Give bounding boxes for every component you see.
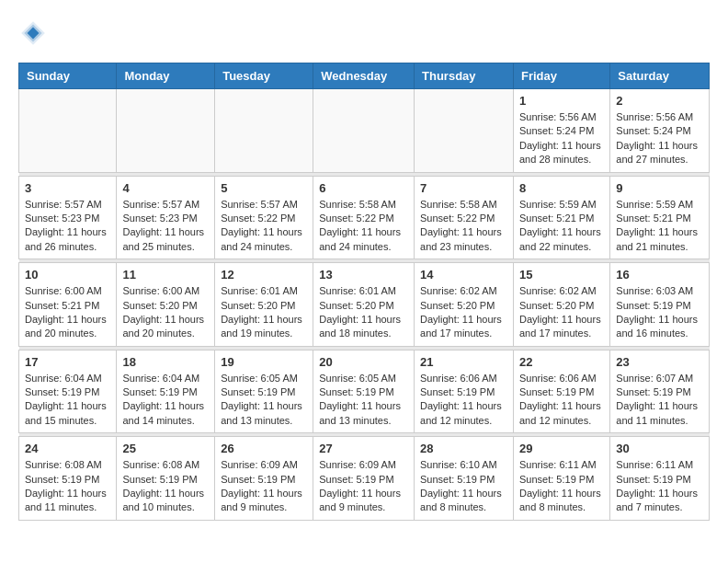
calendar-cell: 27Sunrise: 6:09 AM Sunset: 5:19 PM Dayli… (313, 437, 415, 521)
day-number: 19 (221, 355, 307, 369)
calendar-cell: 28Sunrise: 6:10 AM Sunset: 5:19 PM Dayli… (415, 437, 514, 521)
calendar-cell: 21Sunrise: 6:06 AM Sunset: 5:19 PM Dayli… (415, 350, 514, 433)
day-number: 26 (221, 442, 307, 455)
calendar-cell: 13Sunrise: 6:01 AM Sunset: 5:20 PM Dayli… (313, 263, 415, 347)
day-info: Sunrise: 5:58 AM Sunset: 5:22 PM Dayligh… (420, 198, 507, 255)
calendar-cell: 26Sunrise: 6:09 AM Sunset: 5:19 PM Dayli… (215, 437, 313, 521)
calendar-cell (313, 89, 415, 173)
calendar-cell: 24Sunrise: 6:08 AM Sunset: 5:19 PM Dayli… (19, 437, 117, 521)
calendar-cell: 29Sunrise: 6:11 AM Sunset: 5:19 PM Dayli… (513, 437, 609, 521)
day-info: Sunrise: 6:05 AM Sunset: 5:19 PM Dayligh… (221, 372, 307, 429)
logo-icon (18, 18, 48, 48)
day-number: 28 (420, 442, 507, 455)
calendar-cell: 14Sunrise: 6:02 AM Sunset: 5:20 PM Dayli… (415, 263, 514, 347)
day-number: 17 (25, 355, 110, 369)
day-of-week-monday: Monday (117, 63, 215, 89)
day-number: 23 (616, 355, 703, 369)
day-info: Sunrise: 6:04 AM Sunset: 5:19 PM Dayligh… (25, 372, 110, 429)
calendar-cell: 22Sunrise: 6:06 AM Sunset: 5:19 PM Dayli… (513, 350, 609, 433)
day-number: 27 (319, 442, 408, 455)
calendar-cell: 30Sunrise: 6:11 AM Sunset: 5:19 PM Dayli… (610, 437, 710, 521)
calendar-cell (215, 89, 313, 173)
logo (18, 18, 51, 48)
day-number: 2 (616, 94, 703, 108)
calendar-cell: 3Sunrise: 5:57 AM Sunset: 5:23 PM Daylig… (19, 176, 117, 259)
day-info: Sunrise: 5:59 AM Sunset: 5:21 PM Dayligh… (519, 198, 604, 255)
calendar-cell: 7Sunrise: 5:58 AM Sunset: 5:22 PM Daylig… (415, 176, 514, 259)
day-of-week-saturday: Saturday (610, 63, 710, 89)
day-info: Sunrise: 5:56 AM Sunset: 5:24 PM Dayligh… (519, 110, 604, 167)
calendar-week-1: 1Sunrise: 5:56 AM Sunset: 5:24 PM Daylig… (19, 89, 710, 173)
day-number: 3 (25, 181, 110, 195)
calendar-cell: 23Sunrise: 6:07 AM Sunset: 5:19 PM Dayli… (610, 350, 710, 433)
day-number: 13 (319, 268, 408, 282)
calendar-cell: 10Sunrise: 6:00 AM Sunset: 5:21 PM Dayli… (19, 263, 117, 347)
day-info: Sunrise: 6:10 AM Sunset: 5:19 PM Dayligh… (420, 458, 507, 515)
calendar-week-3: 10Sunrise: 6:00 AM Sunset: 5:21 PM Dayli… (19, 263, 710, 347)
day-info: Sunrise: 6:05 AM Sunset: 5:19 PM Dayligh… (319, 372, 408, 429)
day-info: Sunrise: 6:08 AM Sunset: 5:19 PM Dayligh… (122, 458, 209, 515)
day-of-week-tuesday: Tuesday (215, 63, 313, 89)
day-number: 22 (519, 355, 604, 369)
day-number: 11 (122, 268, 209, 282)
day-of-week-thursday: Thursday (415, 63, 514, 89)
day-info: Sunrise: 6:07 AM Sunset: 5:19 PM Dayligh… (616, 372, 703, 429)
calendar-cell: 1Sunrise: 5:56 AM Sunset: 5:24 PM Daylig… (513, 89, 609, 173)
day-info: Sunrise: 6:04 AM Sunset: 5:19 PM Dayligh… (122, 372, 209, 429)
calendar-cell: 8Sunrise: 5:59 AM Sunset: 5:21 PM Daylig… (513, 176, 609, 259)
day-info: Sunrise: 5:57 AM Sunset: 5:23 PM Dayligh… (122, 198, 209, 255)
day-info: Sunrise: 6:00 AM Sunset: 5:21 PM Dayligh… (25, 284, 110, 341)
day-number: 12 (221, 268, 307, 282)
day-number: 7 (420, 181, 507, 195)
page-header (18, 18, 710, 48)
day-number: 25 (122, 442, 209, 455)
calendar-cell: 12Sunrise: 6:01 AM Sunset: 5:20 PM Dayli… (215, 263, 313, 347)
day-number: 24 (25, 442, 110, 455)
day-info: Sunrise: 5:59 AM Sunset: 5:21 PM Dayligh… (616, 198, 703, 255)
calendar-cell: 19Sunrise: 6:05 AM Sunset: 5:19 PM Dayli… (215, 350, 313, 433)
day-info: Sunrise: 6:02 AM Sunset: 5:20 PM Dayligh… (420, 284, 507, 341)
day-info: Sunrise: 6:06 AM Sunset: 5:19 PM Dayligh… (420, 372, 507, 429)
calendar-cell: 16Sunrise: 6:03 AM Sunset: 5:19 PM Dayli… (610, 263, 710, 347)
day-number: 15 (519, 268, 604, 282)
day-of-week-friday: Friday (513, 63, 609, 89)
day-info: Sunrise: 6:01 AM Sunset: 5:20 PM Dayligh… (319, 284, 408, 341)
day-info: Sunrise: 5:58 AM Sunset: 5:22 PM Dayligh… (319, 198, 408, 255)
day-number: 5 (221, 181, 307, 195)
calendar-cell: 2Sunrise: 5:56 AM Sunset: 5:24 PM Daylig… (610, 89, 710, 173)
calendar-week-5: 24Sunrise: 6:08 AM Sunset: 5:19 PM Dayli… (19, 437, 710, 521)
day-info: Sunrise: 6:08 AM Sunset: 5:19 PM Dayligh… (25, 458, 110, 515)
day-number: 16 (616, 268, 703, 282)
day-number: 29 (519, 442, 604, 455)
day-number: 9 (616, 181, 703, 195)
day-number: 6 (319, 181, 408, 195)
calendar-header-row: SundayMondayTuesdayWednesdayThursdayFrid… (19, 63, 710, 89)
day-info: Sunrise: 6:06 AM Sunset: 5:19 PM Dayligh… (519, 372, 604, 429)
day-info: Sunrise: 6:02 AM Sunset: 5:20 PM Dayligh… (519, 284, 604, 341)
calendar-cell: 5Sunrise: 5:57 AM Sunset: 5:22 PM Daylig… (215, 176, 313, 259)
day-of-week-wednesday: Wednesday (313, 63, 415, 89)
calendar-cell: 15Sunrise: 6:02 AM Sunset: 5:20 PM Dayli… (513, 263, 609, 347)
calendar-cell: 11Sunrise: 6:00 AM Sunset: 5:20 PM Dayli… (117, 263, 215, 347)
day-number: 18 (122, 355, 209, 369)
calendar-cell: 17Sunrise: 6:04 AM Sunset: 5:19 PM Dayli… (19, 350, 117, 433)
calendar-cell: 6Sunrise: 5:58 AM Sunset: 5:22 PM Daylig… (313, 176, 415, 259)
calendar-cell: 4Sunrise: 5:57 AM Sunset: 5:23 PM Daylig… (117, 176, 215, 259)
day-number: 20 (319, 355, 408, 369)
day-number: 4 (122, 181, 209, 195)
calendar-week-2: 3Sunrise: 5:57 AM Sunset: 5:23 PM Daylig… (19, 176, 710, 259)
day-info: Sunrise: 6:01 AM Sunset: 5:20 PM Dayligh… (221, 284, 307, 341)
day-number: 30 (616, 442, 703, 455)
calendar-cell (415, 89, 514, 173)
day-number: 14 (420, 268, 507, 282)
day-info: Sunrise: 5:56 AM Sunset: 5:24 PM Dayligh… (616, 110, 703, 167)
day-info: Sunrise: 6:11 AM Sunset: 5:19 PM Dayligh… (616, 458, 703, 515)
calendar-week-4: 17Sunrise: 6:04 AM Sunset: 5:19 PM Dayli… (19, 350, 710, 433)
day-number: 21 (420, 355, 507, 369)
day-of-week-sunday: Sunday (19, 63, 117, 89)
calendar: SundayMondayTuesdayWednesdayThursdayFrid… (18, 63, 710, 521)
day-info: Sunrise: 6:09 AM Sunset: 5:19 PM Dayligh… (221, 458, 307, 515)
day-info: Sunrise: 6:11 AM Sunset: 5:19 PM Dayligh… (519, 458, 604, 515)
day-number: 10 (25, 268, 110, 282)
day-info: Sunrise: 5:57 AM Sunset: 5:23 PM Dayligh… (25, 198, 110, 255)
